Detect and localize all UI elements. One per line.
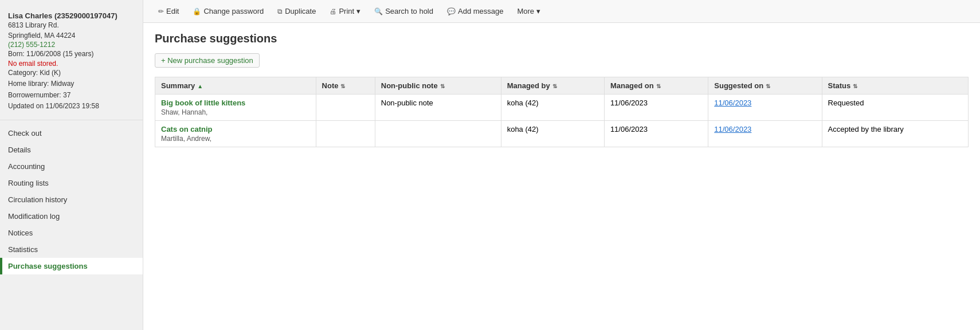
duplicate-icon: ⧉ bbox=[277, 7, 283, 15]
sidebar-item-details[interactable]: Details bbox=[0, 142, 143, 158]
edit-button[interactable]: ✏ Edit bbox=[152, 5, 185, 18]
sidebar-item-notices[interactable]: Notices bbox=[0, 225, 143, 241]
edit-label: Edit bbox=[166, 7, 179, 15]
user-phone: (212) 555-1212 bbox=[8, 41, 135, 49]
sidebar: Lisa Charles (23529000197047) 6813 Libra… bbox=[0, 0, 143, 330]
user-home-library: Home library: Midway bbox=[8, 78, 135, 89]
sidebar-item-modification-log[interactable]: Modification log bbox=[0, 208, 143, 225]
print-button[interactable]: 🖨 Print ▾ bbox=[324, 5, 366, 18]
suggested-on-link-1[interactable]: 11/06/2023 bbox=[714, 125, 751, 133]
col-summary[interactable]: Summary bbox=[155, 77, 316, 95]
page-title: Purchase suggestions bbox=[155, 32, 969, 45]
more-arrow-icon: ▾ bbox=[536, 7, 540, 15]
sidebar-item-purchase-suggestions[interactable]: Purchase suggestions bbox=[0, 258, 143, 274]
table-row: Big book of little kittensShaw, Hannah,N… bbox=[155, 95, 969, 121]
change-password-button[interactable]: 🔒 Change password bbox=[187, 5, 269, 18]
user-info: Lisa Charles (23529000197047) 6813 Libra… bbox=[0, 7, 143, 120]
duplicate-button[interactable]: ⧉ Duplicate bbox=[272, 5, 322, 18]
cell-managed-on-0: 11/06/2023 bbox=[604, 95, 708, 121]
password-icon: 🔒 bbox=[193, 7, 201, 15]
message-icon: 💬 bbox=[447, 7, 456, 15]
duplicate-label: Duplicate bbox=[285, 7, 316, 15]
suggestion-title-1[interactable]: Cats on catnip bbox=[161, 125, 213, 133]
new-purchase-suggestion-button[interactable]: + New purchase suggestion bbox=[155, 53, 260, 68]
sidebar-item-routing-lists[interactable]: Routing lists bbox=[0, 175, 143, 191]
toolbar: ✏ Edit 🔒 Change password ⧉ Duplicate 🖨 P… bbox=[143, 0, 980, 23]
add-message-button[interactable]: 💬 Add message bbox=[441, 5, 509, 18]
cell-suggested-on-1[interactable]: 11/06/2023 bbox=[708, 121, 822, 147]
table-header: SummaryNoteNon-public noteManaged byMana… bbox=[155, 77, 969, 95]
col-non-public-note[interactable]: Non-public note bbox=[375, 77, 501, 95]
cell-summary-1: Cats on catnipMartilla, Andrew, bbox=[155, 121, 316, 147]
col-suggested-on[interactable]: Suggested on bbox=[708, 77, 822, 95]
cell-status-1: Accepted by the library bbox=[822, 121, 968, 147]
suggestion-author-0: Shaw, Hannah, bbox=[161, 108, 310, 116]
table-body: Big book of little kittensShaw, Hannah,N… bbox=[155, 95, 969, 147]
col-managed-by[interactable]: Managed by bbox=[501, 77, 604, 95]
table-header-row: SummaryNoteNon-public noteManaged byMana… bbox=[155, 77, 969, 95]
print-icon: 🖨 bbox=[330, 7, 336, 15]
suggestion-author-1: Martilla, Andrew, bbox=[161, 135, 310, 143]
sidebar-item-check-out[interactable]: Check out bbox=[0, 125, 143, 142]
suggestions-table: SummaryNoteNon-public noteManaged byMana… bbox=[155, 77, 969, 147]
search-icon: 🔍 bbox=[374, 7, 383, 15]
more-button[interactable]: More ▾ bbox=[511, 5, 546, 18]
sidebar-item-accounting[interactable]: Accounting bbox=[0, 158, 143, 175]
user-born: Born: 11/06/2008 (15 years) bbox=[8, 49, 135, 60]
cell-note-1 bbox=[316, 121, 375, 147]
sidebar-item-statistics[interactable]: Statistics bbox=[0, 241, 143, 258]
main-content: ✏ Edit 🔒 Change password ⧉ Duplicate 🖨 P… bbox=[143, 0, 980, 330]
page-content: Purchase suggestions + New purchase sugg… bbox=[143, 23, 980, 156]
cell-managed-by-0: koha (42) bbox=[501, 95, 604, 121]
sidebar-item-circulation-history[interactable]: Circulation history bbox=[0, 191, 143, 208]
user-category: Category: Kid (K) bbox=[8, 68, 135, 78]
more-label: More bbox=[517, 7, 534, 15]
cell-managed-on-1: 11/06/2023 bbox=[604, 121, 708, 147]
user-name: Lisa Charles (23529000197047) bbox=[8, 11, 135, 20]
col-status[interactable]: Status bbox=[822, 77, 968, 95]
sidebar-nav: Check outDetailsAccountingRouting listsC… bbox=[0, 125, 143, 274]
user-address-line1: 6813 Library Rd. bbox=[8, 20, 135, 30]
suggestion-title-0[interactable]: Big book of little kittens bbox=[161, 99, 245, 107]
col-managed-on[interactable]: Managed on bbox=[604, 77, 708, 95]
cell-managed-by-1: koha (42) bbox=[501, 121, 604, 147]
cell-non-public-note-0: Non-public note bbox=[375, 95, 501, 121]
print-arrow-icon: ▾ bbox=[356, 7, 360, 15]
cell-note-0 bbox=[316, 95, 375, 121]
user-address-line2: Springfield, MA 44224 bbox=[8, 30, 135, 41]
new-suggestion-label: + New purchase suggestion bbox=[161, 56, 253, 65]
suggested-on-link-0[interactable]: 11/06/2023 bbox=[714, 99, 751, 107]
user-borrower-number: Borrowernumber: 37 bbox=[8, 90, 135, 101]
cell-non-public-note-1 bbox=[375, 121, 501, 147]
cell-suggested-on-0[interactable]: 11/06/2023 bbox=[708, 95, 822, 121]
table-row: Cats on catnipMartilla, Andrew,koha (42)… bbox=[155, 121, 969, 147]
edit-icon: ✏ bbox=[158, 7, 164, 15]
search-to-hold-button[interactable]: 🔍 Search to hold bbox=[369, 5, 439, 18]
add-message-label: Add message bbox=[458, 7, 504, 15]
cell-status-0: Requested bbox=[822, 95, 968, 121]
user-updated: Updated on 11/06/2023 19:58 bbox=[8, 101, 135, 112]
search-to-hold-label: Search to hold bbox=[385, 7, 433, 15]
print-label: Print bbox=[339, 7, 354, 15]
col-note[interactable]: Note bbox=[316, 77, 375, 95]
user-no-email: No email stored. bbox=[8, 60, 135, 68]
cell-summary-0: Big book of little kittensShaw, Hannah, bbox=[155, 95, 316, 121]
change-password-label: Change password bbox=[203, 7, 264, 15]
